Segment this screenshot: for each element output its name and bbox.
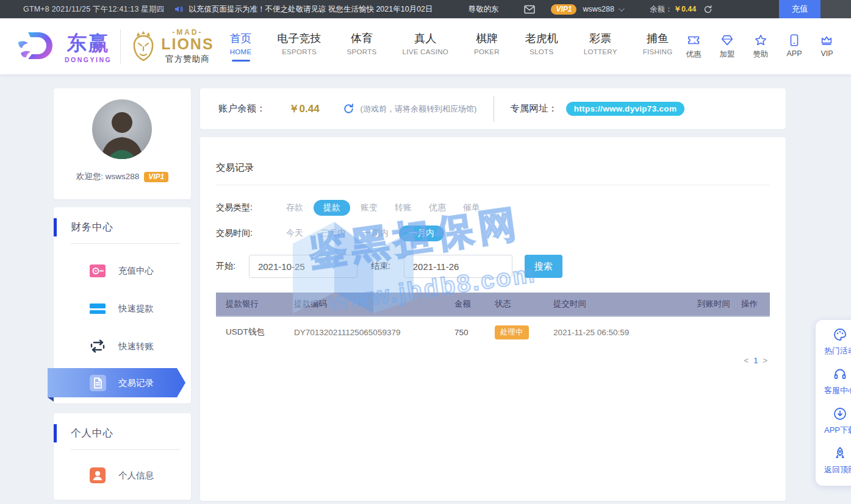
date-range-row: 开始: 结束: 搜索	[216, 255, 770, 278]
recharge-button[interactable]: 充值	[779, 0, 820, 18]
nav-icon-menu: 优惠 加盟 赞助 APP VIP	[686, 34, 833, 60]
nav-item-lottery[interactable]: 彩票 LOTTERY	[584, 31, 617, 62]
active-item-banner	[48, 368, 185, 397]
cell-amount: 750	[454, 328, 495, 337]
balance-hint-text: (游戏前，请将余额转到相应场馆)	[361, 104, 477, 115]
download-icon	[833, 406, 847, 421]
section-accent-bar	[54, 218, 57, 236]
topbar-balance: 余额： ￥0.44	[650, 4, 696, 15]
nav-item-promotions[interactable]: 优惠	[686, 34, 701, 60]
nav-item-sponsorship[interactable]: 赞助	[753, 34, 768, 60]
refresh-balance-icon[interactable]	[343, 103, 354, 115]
gem-icon	[720, 34, 734, 47]
personal-section-header: 个人中心	[54, 413, 191, 450]
mail-icon[interactable]	[524, 5, 535, 14]
records-table: 提款银行 提款编码 金额 状态 提交时间 到账时间 操作 USDT钱包 DY70…	[216, 293, 770, 347]
vip-badge: VIP1	[144, 172, 168, 182]
end-date-label: 结束:	[371, 261, 390, 272]
mad-lions-lion-icon	[131, 30, 156, 63]
section-accent-bar	[54, 424, 57, 442]
refresh-balance-icon[interactable]	[703, 5, 713, 14]
sidebar-item-quick-withdraw[interactable]: 快速提款	[54, 291, 191, 325]
type-option-deposit[interactable]: 存款	[279, 200, 310, 216]
transaction-time-filter: 交易时间: 今天 三天内 一周内 一月内	[216, 225, 770, 241]
time-option-month[interactable]: 一月内	[399, 225, 444, 241]
pagination: < 1 >	[216, 356, 770, 365]
brand-logo: 东赢 DONGYING -MAD- LIONS 官方赞助商	[15, 28, 214, 65]
profile-card: 欢迎您: wsws288 VIP1	[54, 88, 191, 199]
section-divider	[71, 243, 180, 244]
palette-icon	[833, 327, 847, 342]
sidebar-item-personal-info[interactable]: 个人信息	[54, 458, 191, 492]
pagination-next[interactable]: >	[763, 356, 767, 365]
finance-section-header: 财务中心	[54, 207, 191, 244]
type-option-promo[interactable]: 优惠	[422, 200, 453, 216]
type-option-urge[interactable]: 催单	[456, 200, 487, 216]
logo-divider	[120, 29, 121, 63]
nav-item-home[interactable]: 首页 HOME	[230, 31, 252, 62]
sponsor-sub-text: 官方赞助商	[161, 54, 214, 65]
pagination-prev[interactable]: <	[744, 356, 749, 365]
nav-item-vip[interactable]: VIP	[820, 34, 833, 60]
cell-status: 处理中	[495, 325, 553, 339]
chevron-down-icon	[619, 5, 625, 12]
sidebar-item-transaction-records[interactable]: 交易记录	[54, 368, 191, 397]
start-date-label: 开始:	[216, 261, 235, 272]
finance-menu-card: 财务中心 充值中心 快速提款 快速转账	[54, 207, 191, 403]
active-underline	[232, 60, 250, 62]
nav-item-fishing[interactable]: 捕鱼 FISHING	[643, 31, 673, 62]
type-option-withdraw[interactable]: 提款	[314, 200, 350, 216]
dongying-d-logo-icon	[15, 30, 61, 63]
finance-section-title: 财务中心	[71, 221, 113, 232]
float-item-customer-service[interactable]: 客服中心	[816, 367, 851, 406]
withdraw-card-icon	[89, 302, 106, 315]
transaction-records-card: 交易记录 交易类型: 存款 提款 账变 转账 优惠 催单 交易时间: 今天 三天…	[200, 137, 786, 501]
time-option-week[interactable]: 一周内	[356, 225, 395, 241]
time-option-3days[interactable]: 三天内	[314, 225, 353, 241]
account-balance-card: 账户余额： ￥0.44 (游戏前，请将余额转到相应场馆) 专属网址： https…	[200, 88, 786, 129]
table-header-row: 提款银行 提款编码 金额 状态 提交时间 到账时间 操作	[216, 293, 770, 317]
account-balance-value: ￥0.44	[289, 102, 320, 116]
nav-item-app[interactable]: APP	[786, 34, 802, 60]
nav-item-affiliate[interactable]: 加盟	[719, 34, 734, 60]
announcement-text-1: 以充值页面提示为准！不便之处敬请见谅 祝您生活愉快 2021年10月02日	[189, 4, 433, 15]
headset-icon	[833, 367, 847, 382]
nav-menu: 首页 HOME 电子竞技 ESPORTS 体育 SPORTS 真人 LIVE C…	[230, 31, 673, 62]
logo-zh-text: 东赢	[65, 30, 112, 57]
float-item-back-to-top[interactable]: 返回顶部	[816, 446, 851, 486]
status-badge: 处理中	[495, 325, 529, 339]
logo-en-text: DONGYING	[65, 56, 112, 63]
cell-code: DY701320211125065059379	[294, 328, 454, 337]
nav-item-poker[interactable]: 棋牌 POKER	[474, 31, 500, 62]
pagination-page-1[interactable]: 1	[753, 356, 758, 365]
exclusive-url-badge[interactable]: https://www.dyvip73.com	[566, 102, 684, 116]
transfer-arrows-icon	[89, 339, 106, 353]
rocket-icon	[833, 446, 847, 461]
nav-item-live-casino[interactable]: 真人 LIVE CASINO	[402, 31, 448, 62]
table-row: USDT钱包 DY701320211125065059379 750 处理中 2…	[216, 317, 770, 347]
welcome-text: 欢迎您: wsws288	[76, 171, 140, 182]
nav-item-slots[interactable]: 老虎机 SLOTS	[525, 31, 558, 62]
personal-menu-card: 个人中心 个人信息	[54, 413, 191, 500]
start-date-input[interactable]	[249, 255, 357, 278]
floating-side-panel: 热门活动 客服中心 APP下载 返回顶部	[816, 320, 851, 486]
float-item-app-download[interactable]: APP下载	[816, 406, 851, 446]
vip-level-badge: VIP1	[551, 4, 576, 15]
personal-section-title: 个人中心	[71, 427, 113, 438]
ticket-icon	[687, 34, 700, 47]
transaction-type-filter: 交易类型: 存款 提款 账变 转账 优惠 催单	[216, 200, 770, 216]
time-option-today[interactable]: 今天	[279, 225, 310, 241]
search-button[interactable]: 搜索	[525, 255, 562, 278]
type-option-transfer[interactable]: 转账	[388, 200, 418, 216]
announcement-marquee: 以充值页面提示为准！不便之处敬请见谅 祝您生活愉快 2021年10月02日 尊敬…	[189, 4, 518, 15]
nav-item-sports[interactable]: 体育 SPORTS	[347, 31, 377, 62]
sidebar-item-quick-transfer[interactable]: 快速转账	[54, 329, 191, 363]
float-item-hot-activities[interactable]: 热门活动	[816, 327, 851, 367]
user-menu[interactable]: wsws288	[583, 5, 622, 13]
sidebar-item-recharge-center[interactable]: 充值中心	[54, 254, 191, 288]
type-filter-label: 交易类型:	[216, 202, 279, 213]
document-icon	[89, 375, 106, 391]
nav-item-esports[interactable]: 电子竞技 ESPORTS	[278, 31, 321, 62]
end-date-input[interactable]	[404, 255, 512, 278]
type-option-account-change[interactable]: 账变	[354, 200, 384, 216]
